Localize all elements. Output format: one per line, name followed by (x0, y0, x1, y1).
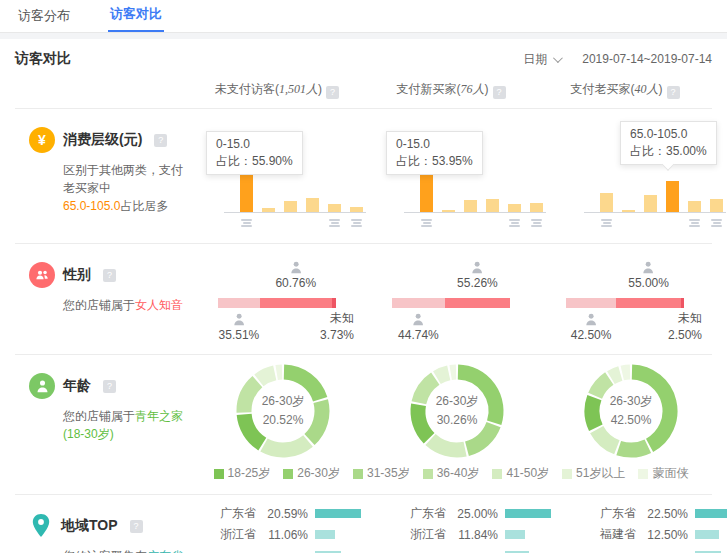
bar[interactable] (530, 203, 543, 212)
region-percent: 11.06% (262, 528, 308, 542)
tab-visitor-distribution[interactable]: 访客分布 (16, 0, 72, 32)
column-header-new-buyers: 支付新买家(76人)? (364, 81, 538, 99)
currency-icon: ¥ (29, 127, 55, 153)
bar[interactable] (508, 204, 521, 212)
legend-swatch (492, 469, 502, 479)
region-bar (695, 530, 719, 539)
help-icon[interactable]: ? (130, 520, 143, 533)
donut-center-label: 26-30岁 20.52% (235, 363, 331, 459)
col-label-close: ) (318, 82, 322, 96)
consume-chart-old-buyers[interactable]: 65.0-105.0 占比：35.00% (580, 115, 727, 235)
help-icon[interactable]: ? (493, 86, 506, 99)
axis-tick (329, 218, 340, 228)
row-title-region: 地域TOP (61, 517, 118, 535)
bar[interactable] (306, 198, 319, 212)
unknown-label: 未知 (320, 310, 354, 327)
row-desc-consume: 区别于其他两类，支付老买家中 65.0-105.0占比居多 (63, 161, 190, 215)
bar[interactable] (644, 195, 657, 212)
donut-age-percent: 30.26% (437, 411, 478, 430)
male-icon (411, 312, 426, 327)
region-bar (505, 530, 525, 539)
bar[interactable] (442, 210, 455, 212)
chart-tooltip: 65.0-105.0 占比：35.00% (620, 121, 717, 165)
bar[interactable] (486, 199, 499, 212)
bar[interactable] (262, 208, 275, 212)
male-percent: 35.51% (219, 328, 260, 342)
unknown-segment (681, 298, 684, 308)
region-bar (315, 530, 335, 539)
axis-tick (601, 218, 612, 228)
bar[interactable] (622, 210, 635, 212)
bar[interactable] (284, 201, 297, 212)
donut-age-group: 26-30岁 (262, 392, 305, 411)
bar[interactable] (328, 204, 341, 212)
age-donut-old-buyers[interactable]: 26-30岁 42.50% (583, 363, 679, 459)
consume-chart-new-buyers[interactable]: 0-15.0 占比：53.95% (400, 115, 550, 235)
region-row (600, 545, 727, 553)
male-percent: 44.74% (398, 328, 439, 342)
bar[interactable] (688, 201, 701, 212)
legend-item: 36-40岁 (423, 465, 480, 482)
row-age: 年龄 ? 您的店铺属于青年之家(18-30岁) 26-30岁 20.52% (15, 355, 712, 495)
help-icon[interactable]: ? (103, 380, 116, 393)
bar[interactable] (600, 193, 613, 212)
bar[interactable] (350, 207, 363, 212)
gender-chart-new-buyers[interactable]: 55.26% 44.74% (392, 260, 510, 346)
gender-bar (392, 298, 510, 308)
region-name: 广东省 (410, 505, 452, 522)
help-icon[interactable]: ? (326, 86, 339, 99)
female-icon (641, 260, 656, 275)
legend-label: 41-50岁 (506, 465, 549, 482)
male-segment (566, 298, 616, 308)
male-stat: 42.50% (571, 312, 612, 342)
bar[interactable] (464, 200, 477, 212)
desc-highlight: 65.0-105.0 (63, 199, 120, 213)
female-percent: 60.76% (275, 276, 316, 290)
axis-tick (689, 218, 700, 228)
male-segment (218, 298, 260, 308)
bar[interactable] (666, 181, 679, 212)
gender-bar (566, 298, 684, 308)
region-row: 浙江省11.84% (410, 524, 570, 545)
yen-glyph: ¥ (38, 132, 46, 148)
legend-label: 26-30岁 (297, 465, 340, 482)
age-donut-new-buyers[interactable]: 26-30岁 30.26% (409, 363, 505, 459)
unknown-stat: 未知 2.50% (668, 310, 702, 344)
col-label: 支付新买家( (397, 82, 461, 96)
donut-age-group: 26-30岁 (610, 392, 653, 411)
help-icon[interactable]: ? (154, 134, 167, 147)
col-label: 支付老买家( (571, 82, 635, 96)
date-label: 日期 (523, 51, 547, 68)
person-icon (35, 379, 50, 394)
date-type-select[interactable]: 日期 (523, 51, 560, 68)
region-row (220, 545, 380, 553)
bar[interactable] (710, 199, 723, 212)
gender-chart-unpaid[interactable]: 60.76% 35.51% 未知 3.73% (218, 260, 336, 346)
bar-group (600, 181, 723, 212)
region-bar (695, 509, 727, 518)
female-icon (470, 260, 485, 275)
gender-chart-old-buyers[interactable]: 55.00% 42.50% 未知 2.50% (566, 260, 684, 346)
legend-item: 26-30岁 (283, 465, 340, 482)
region-percent: 25.00% (452, 507, 498, 521)
col-count: 40人 (635, 82, 659, 96)
legend-swatch (283, 469, 293, 479)
gender-icon (29, 262, 55, 288)
region-bar (505, 509, 551, 518)
donut-age-percent: 20.52% (263, 411, 304, 430)
legend-item: 51岁以上 (562, 465, 625, 482)
help-icon[interactable]: ? (667, 86, 680, 99)
date-range-value[interactable]: 2019-07-14~2019-07-14 (582, 52, 712, 66)
help-icon[interactable]: ? (103, 269, 116, 282)
male-icon (584, 312, 599, 327)
chart-tooltip: 0-15.0 占比：55.90% (206, 131, 303, 175)
donut-age-percent: 42.50% (611, 411, 652, 430)
age-donut-unpaid[interactable]: 26-30岁 20.52% (235, 363, 331, 459)
region-row: 广东省22.50% (600, 503, 727, 524)
region-row: 浙江省11.06% (220, 524, 380, 545)
tab-visitor-compare[interactable]: 访客对比 (108, 0, 164, 32)
region-name: 浙江省 (410, 526, 452, 543)
legend-swatch (562, 469, 572, 479)
tooltip-range: 0-15.0 (396, 136, 473, 153)
consume-chart-unpaid[interactable]: 0-15.0 占比：55.90% (220, 115, 370, 235)
